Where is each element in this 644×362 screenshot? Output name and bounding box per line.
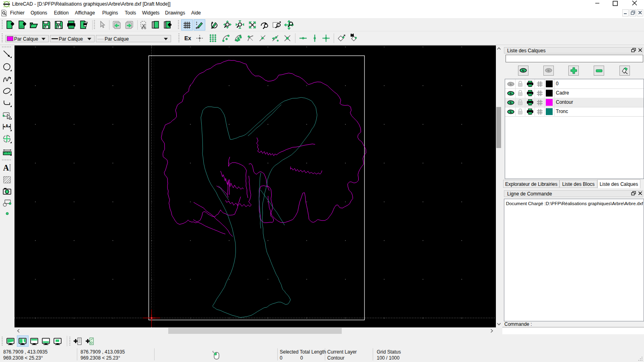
svg-text:A: A — [3, 163, 9, 172]
svg-text:A: A — [5, 124, 8, 128]
